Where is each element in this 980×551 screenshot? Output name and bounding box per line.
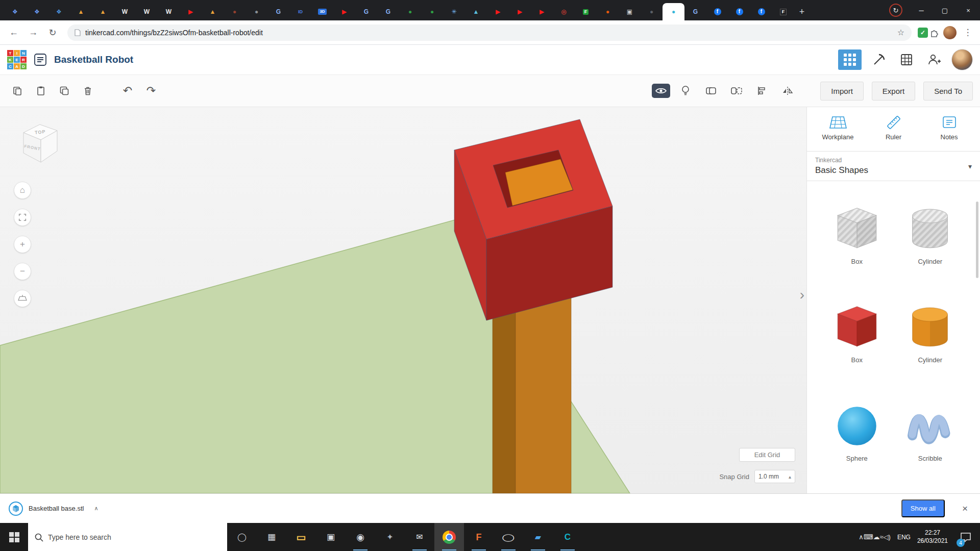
clipchamp-icon[interactable]: C [553, 523, 582, 551]
f-app-icon[interactable]: F [464, 523, 494, 551]
zoom-in-button[interactable]: + [14, 236, 31, 253]
browser-profile-avatar[interactable] [943, 26, 957, 39]
visibility-button[interactable] [652, 84, 670, 98]
shape-tile-sphere[interactable]: Sphere [831, 400, 883, 462]
browser-tab[interactable]: ▶ [531, 3, 553, 20]
browser-tab[interactable]: ▶ [509, 3, 531, 20]
light-bulb-button[interactable] [675, 81, 696, 101]
minimize-button[interactable]: ─ [910, 0, 933, 20]
close-button[interactable]: × [957, 0, 980, 20]
browser-tab[interactable]: F [575, 3, 597, 20]
extensions-puzzle-icon[interactable] [930, 28, 939, 37]
search-input[interactable] [48, 533, 201, 541]
camera-app-icon[interactable]: ▰ [523, 523, 553, 551]
browser-tab[interactable]: ▶ [487, 3, 509, 20]
pickaxe-icon[interactable] [869, 49, 889, 70]
language-indicator[interactable]: ENG [897, 534, 911, 541]
taskbar-clock[interactable]: 22:27 26/03/2021 [917, 529, 948, 545]
shape-tile-cylinder[interactable]: Cylinder [904, 302, 955, 364]
browser-tab[interactable]: ▣ [619, 3, 641, 20]
forward-button[interactable]: → [24, 24, 42, 41]
shape-tile-box[interactable]: Box [831, 302, 883, 364]
address-bar[interactable]: tinkercad.com/things/bzZ2siwsOfm-basketb… [67, 24, 912, 41]
notes-tool[interactable]: Notes [926, 115, 972, 141]
group-button[interactable] [701, 81, 721, 101]
task-view-icon[interactable]: ▦ [257, 523, 286, 551]
browser-tab[interactable]: W [136, 3, 158, 20]
send-to-button[interactable]: Send To [923, 82, 973, 101]
browser-tab[interactable]: ● [597, 3, 619, 20]
adblock-extension-icon[interactable]: ✓ [918, 28, 928, 38]
chrome-icon[interactable] [434, 523, 464, 551]
file-explorer-icon[interactable]: ▭ [286, 523, 316, 551]
browser-tab[interactable]: G [267, 3, 289, 20]
cloud-tray-icon[interactable]: ☁ [873, 533, 879, 541]
browser-tab[interactable]: W [114, 3, 136, 20]
view-cube[interactable]: TOP FRONT [18, 117, 61, 166]
keyboard-tray-icon[interactable]: ⌨ [864, 533, 873, 541]
browser-tab[interactable]: ID [289, 3, 311, 20]
microsoft-store-icon[interactable]: ▣ [316, 523, 346, 551]
browser-tab[interactable]: G [355, 3, 377, 20]
browser-tab[interactable]: f [750, 3, 772, 20]
browser-tab[interactable]: ▲ [465, 3, 487, 20]
ruler-tool[interactable]: Ruler [871, 115, 917, 141]
back-button[interactable]: ← [5, 24, 22, 41]
network-tray-icon[interactable]: ≈ [879, 533, 883, 541]
browser-tab[interactable]: W [158, 3, 180, 20]
browser-menu-icon[interactable]: ⋮ [961, 27, 975, 38]
copy-button[interactable] [7, 81, 28, 101]
invite-person-icon[interactable] [924, 49, 944, 70]
duplicate-button[interactable] [54, 81, 75, 101]
browser-tab[interactable]: ▲ [70, 3, 92, 20]
mirror-button[interactable] [777, 81, 798, 101]
browser-tab[interactable]: ▲ [202, 3, 224, 20]
download-bar-close-icon[interactable]: × [958, 501, 972, 516]
panel-scrollbar[interactable] [976, 202, 978, 278]
new-tab-button[interactable]: + [794, 3, 810, 20]
browser-tab[interactable]: f [706, 3, 728, 20]
paste-button[interactable] [31, 81, 51, 101]
apps-grid-button[interactable] [838, 49, 862, 70]
browser-tab[interactable]: ● [421, 3, 443, 20]
shape-tile-scribble[interactable]: Scribble [904, 400, 955, 462]
undo-button[interactable]: ↶ [117, 81, 138, 101]
wings-app-icon[interactable]: ✦ [375, 523, 405, 551]
download-filename[interactable]: Basketball base.stl [29, 505, 84, 512]
browser-tab[interactable]: ● [399, 3, 421, 20]
browser-tab[interactable]: ▶ [333, 3, 355, 20]
browser-update-icon[interactable]: ↻ [889, 4, 902, 17]
ungroup-button[interactable] [726, 81, 747, 101]
browser-tab[interactable]: F [772, 3, 794, 20]
browser-tab[interactable]: G [377, 3, 399, 20]
mail-icon[interactable]: ✉ [405, 523, 434, 551]
browser-tab[interactable]: f [728, 3, 750, 20]
notification-center-button[interactable]: 4 [954, 523, 977, 551]
browser-tab[interactable]: ● [246, 3, 267, 20]
browser-tab[interactable]: ▲ [92, 3, 114, 20]
delete-button[interactable] [78, 81, 98, 101]
align-button[interactable] [752, 81, 772, 101]
bookmark-star-icon[interactable]: ☆ [897, 28, 904, 37]
design-menu-icon[interactable] [34, 53, 47, 66]
browser-tab[interactable]: ❖ [26, 3, 48, 20]
browser-tab[interactable]: ● [663, 3, 684, 20]
browser-tab[interactable]: ❖ [48, 3, 70, 20]
3d-viewport[interactable]: TOP FRONT ⌂ + − Edit Grid Snap Grid 1.0 … [0, 107, 806, 493]
edit-grid-button[interactable]: Edit Grid [739, 448, 795, 462]
taskbar-search[interactable] [28, 523, 227, 551]
panel-collapse-handle[interactable]: › [800, 287, 804, 303]
steam-icon[interactable]: ◉ [346, 523, 375, 551]
browser-tab[interactable]: ❖ [4, 3, 26, 20]
fit-view-button[interactable] [14, 209, 31, 226]
zoom-out-button[interactable]: − [14, 263, 31, 280]
browser-tab[interactable]: ▶ [180, 3, 202, 20]
volume-tray-icon[interactable]: ◁) [884, 533, 891, 541]
export-button[interactable]: Export [872, 82, 915, 101]
import-button[interactable]: Import [820, 82, 864, 101]
browser-tab[interactable]: ● [224, 3, 246, 20]
tinkercad-logo[interactable]: TINKERCAD [7, 50, 27, 69]
browser-tab[interactable]: ✳ [443, 3, 465, 20]
perspective-toggle-button[interactable] [14, 290, 31, 307]
download-chevron-icon[interactable]: ∧ [89, 502, 103, 515]
